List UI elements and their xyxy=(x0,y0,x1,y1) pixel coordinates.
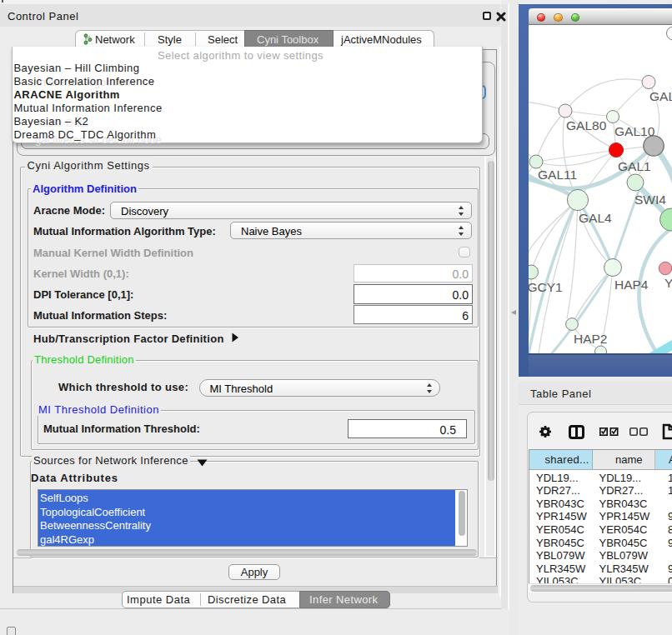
svg-text:GAL11: GAL11 xyxy=(538,168,577,182)
svg-text:SWI4: SWI4 xyxy=(634,192,666,207)
svg-text:GAL10: GAL10 xyxy=(614,124,655,138)
svg-text:Y: Y xyxy=(664,276,672,290)
svg-text:GAL1: GAL1 xyxy=(618,159,651,173)
svg-text:HAP4: HAP4 xyxy=(614,278,649,292)
svg-text:GAL4: GAL4 xyxy=(579,211,612,225)
svg-text:GAL2: GAL2 xyxy=(649,89,672,103)
svg-text:HAP2: HAP2 xyxy=(574,332,608,346)
svg-text:GCY1: GCY1 xyxy=(529,280,563,294)
svg-text:GAL80: GAL80 xyxy=(566,118,607,132)
